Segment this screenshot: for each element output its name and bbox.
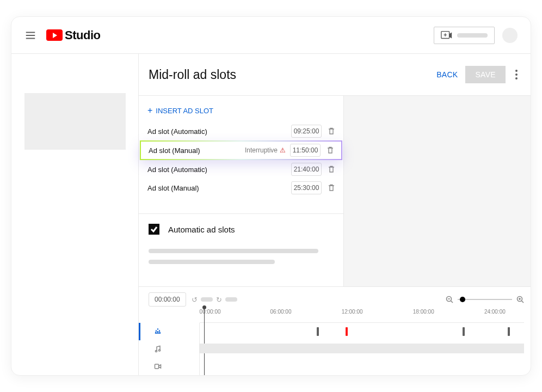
delete-ad-slot-button[interactable] xyxy=(326,126,337,137)
ad-slot-time[interactable]: 25:30:00 xyxy=(291,181,322,194)
tick-label: 06:00:00 xyxy=(270,309,292,315)
svg-point-7 xyxy=(158,350,160,351)
zoom-slider[interactable] xyxy=(446,296,524,303)
app-header: Studio xyxy=(11,17,531,54)
zoom-in-icon xyxy=(516,296,524,303)
video-thumbnail[interactable] xyxy=(24,93,126,150)
ad-slot-row: Ad slot (Automatic) 21:40:00 xyxy=(139,160,343,179)
video-preview xyxy=(344,96,531,286)
ad-slot-row: Ad slot (Automatic) 09:25:00 xyxy=(139,122,343,140)
svg-point-1 xyxy=(515,70,518,72)
video-clip-track[interactable] xyxy=(200,344,524,353)
studio-logo[interactable]: Studio xyxy=(46,28,100,42)
ad-slot-note: Interruptive ⚠ xyxy=(245,146,286,154)
zoom-out-icon xyxy=(446,296,453,303)
timecode-input[interactable]: 00:00:00 xyxy=(149,292,186,307)
sidebar xyxy=(11,54,139,375)
page-title: Mid-roll ad slots xyxy=(149,68,236,82)
save-button[interactable]: SAVE xyxy=(465,66,506,83)
ads-track-button[interactable] xyxy=(149,323,199,340)
skeleton-line xyxy=(149,249,318,253)
svg-point-6 xyxy=(155,350,157,352)
tick-label: 24:00:00 xyxy=(484,309,506,315)
timeline: 00:00:00 ↺ ↻ 00:00:00 xyxy=(139,286,531,375)
delete-ad-slot-button[interactable] xyxy=(325,145,336,156)
avatar[interactable] xyxy=(502,28,518,43)
delete-ad-slot-button[interactable] xyxy=(326,182,337,193)
audio-track-button[interactable] xyxy=(149,340,199,358)
ad-slot-time[interactable]: 11:50:00 xyxy=(290,144,321,157)
ad-slot-row: Ad slot (Manual) 25:30:00 xyxy=(139,179,343,197)
svg-rect-8 xyxy=(155,364,159,369)
skeleton-line xyxy=(149,260,275,264)
ad-slot-label: Ad slot (Automatic) xyxy=(147,127,207,136)
back-button[interactable]: BACK xyxy=(436,70,458,79)
page-header: Mid-roll ad slots BACK SAVE xyxy=(139,54,531,96)
undo-button[interactable]: ↺ xyxy=(192,296,198,304)
warning-icon: ⚠ xyxy=(280,146,286,154)
menu-icon[interactable] xyxy=(24,29,36,41)
ad-marker[interactable] xyxy=(317,327,319,336)
plus-icon: + xyxy=(147,106,152,115)
ad-markers-track[interactable] xyxy=(200,323,524,340)
ad-marker-interruptive[interactable] xyxy=(346,327,348,336)
ad-slot-label: Ad slot (Automatic) xyxy=(147,166,207,174)
redo-button[interactable]: ↻ xyxy=(216,296,222,304)
timeline-ruler[interactable]: 00:00:00 06:00:00 12:00:00 18:00:00 24:0… xyxy=(200,310,524,323)
zoom-thumb[interactable] xyxy=(460,297,465,302)
ad-marker[interactable] xyxy=(463,327,465,336)
automatic-ad-slots-label: Automatic ad slots xyxy=(168,225,235,234)
insert-ad-slot-label: INSERT AD SLOT xyxy=(156,107,213,115)
more-options-button[interactable] xyxy=(513,70,520,79)
ad-slot-time[interactable]: 09:25:00 xyxy=(291,125,322,138)
ad-slot-label: Ad slot (Manual) xyxy=(149,146,200,155)
svg-point-3 xyxy=(515,77,518,79)
insert-ad-slot-button[interactable]: + INSERT AD SLOT xyxy=(139,106,343,115)
delete-ad-slot-button[interactable] xyxy=(326,164,337,175)
ad-slots-panel: + INSERT AD SLOT Ad slot (Automatic) 09:… xyxy=(139,96,344,286)
tick-label: 18:00:00 xyxy=(413,309,434,315)
create-button[interactable] xyxy=(434,27,495,44)
svg-point-2 xyxy=(515,74,518,76)
ad-marker[interactable] xyxy=(508,327,510,336)
ad-slot-time[interactable]: 21:40:00 xyxy=(291,163,322,176)
tick-label: 00:00:00 xyxy=(200,309,221,315)
ad-slot-label: Ad slot (Manual) xyxy=(147,184,199,192)
brand-text: Studio xyxy=(65,28,100,42)
youtube-play-icon xyxy=(46,29,63,41)
ad-slot-row: Ad slot (Manual) Interruptive ⚠ 11:50:00 xyxy=(140,140,342,160)
automatic-ad-slots-checkbox[interactable] xyxy=(149,224,159,235)
tick-label: 12:00:00 xyxy=(342,309,363,315)
video-track-button[interactable] xyxy=(149,358,199,375)
